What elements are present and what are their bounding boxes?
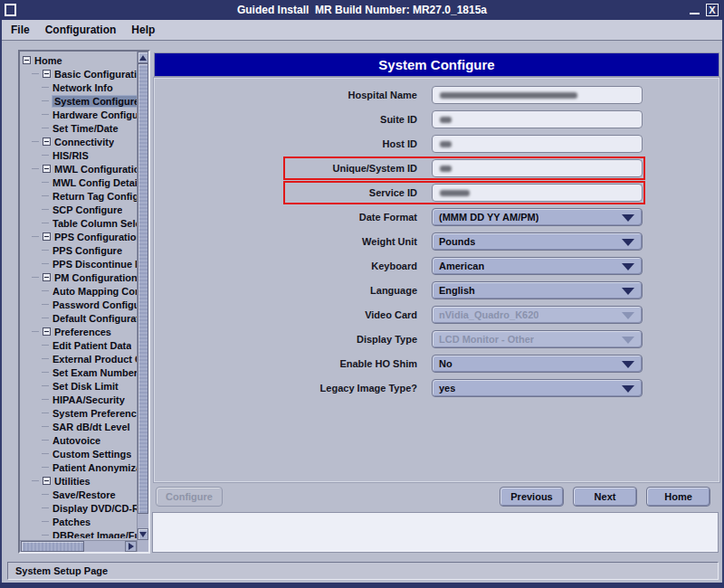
host-id-input[interactable] [432,135,643,153]
sidebar-item-display-dvd-cd-r[interactable]: Display DVD/CD-R [20,501,137,515]
redacted-value [440,92,577,99]
sidebar-item-scp-configure[interactable]: SCP Configure [20,203,137,216]
sidebar-item-label: External Product Co [52,354,137,365]
collapse-minus-icon[interactable] [43,165,51,173]
chevron-down-icon [622,288,634,295]
sidebar-item-label: Patient Anonymiza [52,462,137,473]
tree-vertical-scrollbar[interactable] [137,52,148,552]
scroll-right-icon[interactable] [125,541,137,552]
sidebar-item-utilities[interactable]: Utilities [20,474,137,488]
sidebar-item-pm-configuration[interactable]: PM Configuration [20,270,137,284]
collapse-minus-icon[interactable] [43,273,51,281]
sidebar-item-label: PPS Configure [52,245,122,256]
service-id-input[interactable] [432,184,643,202]
sidebar-item-hardware-configur[interactable]: Hardware Configur [20,108,137,121]
sidebar-item-pps-discontinue-re[interactable]: PPS Discontinue Re [20,257,137,270]
hospital-name-input[interactable] [432,86,643,104]
menu-help[interactable]: Help [129,24,157,36]
language-select[interactable]: English [432,281,643,299]
tree-connector [42,128,49,128]
sidebar-item-table-column-sele[interactable]: Table Column Sele [20,216,137,230]
sidebar-item-patient-anonymiza[interactable]: Patient Anonymiza [20,460,137,474]
collapse-minus-icon[interactable] [23,56,31,64]
navigation-tree-panel: HomeBasic ConfigurationNetwork InfoSyste… [18,50,150,554]
sidebar-item-his-ris[interactable]: HIS/RIS [20,148,137,162]
redacted-value [440,190,470,196]
sidebar-item-preferences[interactable]: Preferences [20,325,137,338]
select-value: Pounds [439,236,475,247]
tree-connector [42,345,49,346]
tree-connector [42,453,49,454]
tree-connector [32,480,39,481]
tree-horizontal-scrollbar[interactable] [20,540,137,552]
sidebar-item-basic-configuration[interactable]: Basic Configuration [20,67,137,81]
close-icon[interactable]: X [706,4,719,16]
scroll-down-icon[interactable] [138,528,148,540]
sidebar-item-dbreset-image-fu[interactable]: DBReset Image/Fu [20,528,137,538]
next-button[interactable]: Next [573,487,637,507]
form-row-weight-unit: Weight UnitPounds [283,230,645,253]
sidebar-item-home[interactable]: Home [20,53,137,67]
date-format-select[interactable]: (MMM DD YY AM/PM) [432,208,643,226]
sidebar-item-save-restore[interactable]: Save/Restore [20,488,137,501]
sidebar-item-edit-patient-data[interactable]: Edit Patient Data [20,338,137,352]
sidebar-item-system-preferences[interactable]: System Preferences [20,406,137,420]
sidebar-item-set-time-date[interactable]: Set Time/Date [20,121,137,135]
sidebar-item-system-configure[interactable]: System Configure [20,94,137,108]
sidebar-item-hipaa-security[interactable]: HIPAA/Security [20,393,137,406]
sidebar-item-custom-settings[interactable]: Custom Settings [20,447,137,460]
configure-button[interactable]: Configure [156,487,223,507]
sidebar-item-set-exam-number[interactable]: Set Exam Number [20,365,137,379]
sidebar-item-network-info[interactable]: Network Info [20,81,137,94]
home-button[interactable]: Home [646,487,710,507]
unique-system-id-input[interactable] [432,159,643,177]
form-row-host-id: Host ID [283,132,645,156]
sidebar-item-pps-configure[interactable]: PPS Configure [20,243,137,257]
collapse-minus-icon[interactable] [43,327,51,336]
title-bar: Guided Install MR Build Number: MR27.0_1… [0,0,724,20]
sidebar-item-label: Network Info [52,82,113,93]
collapse-minus-icon[interactable] [43,232,51,241]
horizontal-scroll-thumb[interactable] [21,541,84,552]
collapse-minus-icon[interactable] [43,70,51,78]
sidebar-item-mwl-configuration[interactable]: MWL Configuration [20,162,137,175]
sidebar-item-pps-configuration[interactable]: PPS Configuration [20,230,137,243]
tree-connector [42,413,49,413]
nav-buttons: Previous Next Home [500,487,710,507]
field-label-language: Language [286,285,417,296]
legacy-image-type-select[interactable]: yes [432,379,643,397]
sidebar-item-default-configurat[interactable]: Default Configurat [20,311,137,325]
previous-button[interactable]: Previous [500,487,564,507]
scroll-up-icon[interactable] [138,52,148,63]
sidebar-item-label: Save/Restore [52,489,116,500]
collapse-minus-icon[interactable] [43,477,51,485]
sidebar-item-label: Auto Mapping Con [52,286,137,297]
menu-configuration[interactable]: Configuration [43,24,119,36]
menu-file[interactable]: File [9,24,32,36]
collapse-minus-icon[interactable] [43,138,51,146]
sidebar-item-auto-mapping-con[interactable]: Auto Mapping Con [20,284,137,298]
sidebar-item-label: System Preferences [52,408,137,419]
minimize-icon[interactable] [690,12,700,14]
sidebar-item-patches[interactable]: Patches [20,515,137,528]
keyboard-select[interactable]: American [432,257,643,275]
sidebar-item-external-product-co[interactable]: External Product Co [20,352,137,365]
tree-connector [42,195,49,196]
vertical-scroll-thumb[interactable] [138,63,148,514]
highlighted-row-service-id: Service ID [283,181,645,204]
sidebar-item-set-disk-limit[interactable]: Set Disk Limit [20,379,137,393]
sidebar-item-password-configur[interactable]: Password Configur [20,298,137,311]
select-value: nVidia_Quadro_K620 [439,309,538,320]
field-label-suite-id: Suite ID [286,114,417,125]
sidebar-item-mwl-config-detail[interactable]: MWL Config Detail [20,175,137,189]
redacted-value [440,141,452,147]
highlighted-row-unique-system-id: Unique/System ID [283,156,645,180]
suite-id-input[interactable] [432,110,643,128]
enable-ho-shim-select[interactable]: No [432,355,643,373]
sidebar-item-autovoice[interactable]: Autovoice [20,433,137,447]
sidebar-item-connectivity[interactable]: Connectivity [20,135,137,148]
sidebar-item-return-tag-configu[interactable]: Return Tag Configu [20,189,137,203]
sidebar-item-sar-db-dt-level[interactable]: SAR dB/dt Level [20,420,137,433]
weight-unit-select[interactable]: Pounds [432,232,643,251]
sidebar-item-label: System Configure [52,96,137,107]
